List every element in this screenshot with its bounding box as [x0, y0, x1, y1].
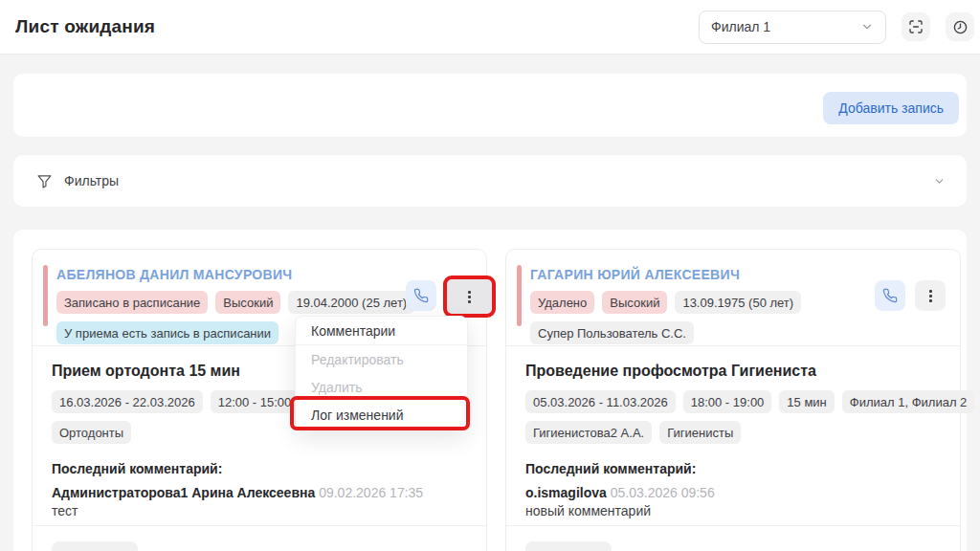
menu-item-changelog-label: Лог изменений: [311, 408, 404, 423]
patient-info: ГАГАРИН ЮРИЙ АЛЕКСЕЕВИЧ Удалено Высокий …: [530, 265, 801, 345]
birthdate-badge: 19.04.2000 (25 лет): [288, 291, 414, 314]
fullscreen-scan-button[interactable]: [902, 12, 930, 41]
status-badge-row: Удалено Высокий 13.09.1975 (50 лет): [530, 291, 801, 314]
time-range-badge: 18:00 - 19:00: [683, 390, 772, 413]
phone-icon: [882, 288, 898, 303]
add-record-button[interactable]: Добавить запись: [823, 92, 959, 124]
waiting-list-panel: АБЕЛЯНОВ ДАНИЛ МАНСУРОВИЧ Записано в рас…: [13, 230, 967, 551]
page-title: Лист ожидания: [15, 16, 155, 37]
card-footer-button[interactable]: [525, 541, 612, 551]
history-clock-icon: [952, 19, 969, 35]
comment-datetime: 09.02.2026 17:35: [319, 485, 423, 500]
last-comment-meta: Администраторова1 Арина Алексеевна 09.02…: [52, 485, 467, 500]
appointment-badge-row: 05.03.2026 - 11.03.2026 18:00 - 19:00 15…: [525, 390, 941, 413]
schedule-note-badge: У приема есть запись в расписании: [56, 321, 278, 344]
priority-color-bar: [43, 265, 48, 326]
comment-author: o.ismagilova: [525, 485, 607, 500]
date-range-badge: 16.03.2026 - 22.03.2026: [52, 390, 203, 413]
card-context-menu: Комментарии Редактировать Удалить Лог из…: [295, 316, 468, 430]
branches-badge: Филиал 1, Филиал 2: [842, 390, 975, 413]
menu-item-delete: Удалить: [296, 373, 467, 401]
filters-chevron-down-icon[interactable]: [933, 175, 946, 187]
note-badge-row: Супер Пользователь С.С.: [530, 321, 801, 344]
patient-name-link[interactable]: АБЕЛЯНОВ ДАНИЛ МАНСУРОВИЧ: [56, 267, 414, 282]
kebab-menu-icon: [929, 290, 932, 302]
status-badge: Удалено: [530, 291, 594, 314]
phone-icon: [413, 288, 429, 303]
add-record-panel: Добавить запись: [13, 74, 967, 137]
appointment-section: Проведение профосмотра Гигиениста 05.03.…: [506, 345, 960, 525]
status-badge-row: Записано в расписание Высокий 19.04.2000…: [56, 291, 414, 314]
branch-select[interactable]: Филиал 1: [699, 11, 886, 44]
menu-item-changelog[interactable]: Лог изменений: [296, 401, 467, 429]
call-patient-button[interactable]: [406, 280, 436, 311]
status-badge: Записано в расписание: [56, 291, 208, 314]
filters-panel[interactable]: Фильтры: [13, 155, 967, 207]
comment-text: новый комментарий: [525, 503, 941, 518]
call-patient-button[interactable]: [875, 280, 905, 311]
card-footer: [33, 525, 486, 551]
priority-badge: Высокий: [602, 291, 667, 314]
menu-item-comments[interactable]: Комментарии: [296, 318, 467, 345]
patient-header: ГАГАРИН ЮРИЙ АЛЕКСЕЕВИЧ Удалено Высокий …: [506, 250, 960, 345]
comment-text: тест: [52, 503, 467, 518]
branch-select-value: Филиал 1: [711, 19, 770, 34]
date-range-badge: 05.03.2026 - 11.03.2026: [525, 390, 676, 413]
card-footer: [506, 525, 960, 551]
specialty-badge: Ортодонты: [52, 421, 131, 444]
comment-datetime: 05.03.2026 09:56: [611, 485, 715, 500]
priority-badge: Высокий: [215, 291, 280, 314]
more-menu-button[interactable]: [447, 279, 492, 314]
annotation-box-more-menu: [443, 276, 496, 318]
kebab-menu-icon: [468, 291, 471, 303]
created-by-badge: Супер Пользователь С.С.: [530, 321, 694, 344]
filters-label: Фильтры: [64, 173, 119, 188]
patient-name-link[interactable]: ГАГАРИН ЮРИЙ АЛЕКСЕЕВИЧ: [530, 267, 801, 282]
header-actions: Филиал 1: [699, 11, 974, 44]
app-header: Лист ожидания Филиал 1: [0, 0, 980, 55]
appointment-title: Проведение профосмотра Гигиениста: [525, 363, 941, 380]
birthdate-badge: 13.09.1975 (50 лет): [675, 291, 801, 314]
last-comment-label: Последний комментарий:: [52, 461, 467, 476]
history-button[interactable]: [946, 12, 974, 41]
time-range-badge: 12:00 - 15:00: [211, 390, 300, 413]
specialty-badge: Гигиенисты: [659, 421, 741, 444]
duration-badge: 15 мин: [779, 390, 834, 413]
card-footer-button[interactable]: [52, 541, 138, 551]
fullscreen-scan-icon: [908, 19, 924, 34]
waiting-card-gagarin: ГАГАРИН ЮРИЙ АЛЕКСЕЕВИЧ Удалено Высокий …: [505, 249, 961, 551]
last-comment-meta: o.ismagilova 05.03.2026 09:56: [525, 485, 941, 500]
chevron-down-icon: [860, 20, 874, 33]
priority-color-bar: [517, 265, 522, 326]
comment-author: Администраторова1 Арина Алексеевна: [52, 485, 315, 500]
menu-item-edit: Редактировать: [296, 345, 467, 373]
more-menu-button[interactable]: [915, 280, 946, 311]
last-comment-label: Последний комментарий:: [525, 461, 941, 476]
doctor-badge: Гигиенистова2 А.А.: [525, 421, 652, 444]
filter-funnel-icon: [36, 173, 53, 189]
appointment-badge-row2: Гигиенистова2 А.А. Гигиенисты: [525, 421, 941, 444]
